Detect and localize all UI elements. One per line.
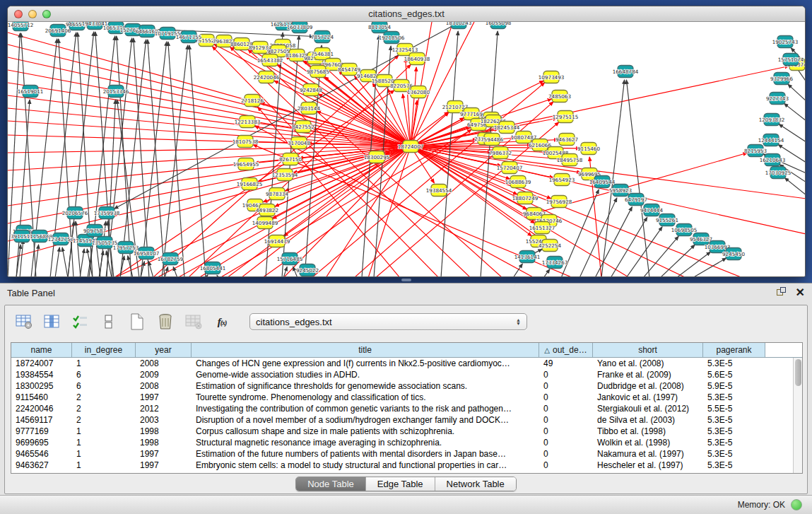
graph-node[interactable]: 4252254 xyxy=(539,240,561,252)
column-header-name[interactable]: name xyxy=(11,343,72,357)
tab-edge-table[interactable]: Edge Table xyxy=(366,477,435,491)
table-scrollbar[interactable] xyxy=(793,358,802,474)
graph-node[interactable]: 16648784 xyxy=(613,66,639,78)
graph-node[interactable]: 1362080 xyxy=(407,86,430,98)
close-panel-icon[interactable]: ✕ xyxy=(796,287,805,298)
graph-node[interactable]: 7485063 xyxy=(548,90,571,103)
table-row[interactable]: 1830029562008Estimation of significance … xyxy=(11,380,802,392)
graph-node[interactable]: 9463627 xyxy=(555,134,578,146)
graph-node[interactable]: 14055712 xyxy=(8,22,33,31)
column-header-in_degree[interactable]: in_degree xyxy=(72,343,136,357)
graph-node[interactable]: 20153346 xyxy=(103,86,129,98)
graph-node[interactable]: 17359938 xyxy=(94,207,120,219)
cell-year: 1997 xyxy=(136,448,192,460)
graph-node[interactable]: 9875685 xyxy=(307,66,329,78)
column-header-year[interactable]: year xyxy=(136,343,192,357)
graph-node[interactable]: 3170048 xyxy=(288,137,310,149)
function-builder-icon[interactable]: f(x) xyxy=(211,311,233,332)
cell-short: Tibbo et al. (1998) xyxy=(593,426,703,437)
graph-node[interactable]: 9474444 xyxy=(640,204,663,216)
graph-node[interactable]: 12975115 xyxy=(553,111,579,123)
graph-node[interactable]: 9329966 xyxy=(770,73,793,85)
panel-splitter[interactable] xyxy=(0,277,812,283)
graph-node[interactable]: 15716485 xyxy=(277,253,303,265)
table-select-dropdown[interactable]: citations_edges.txt▲▼ xyxy=(249,313,527,330)
graph-node[interactable]: 12444154 xyxy=(758,134,784,146)
svg-text:12353594: 12353594 xyxy=(272,172,298,178)
splitter-grip[interactable] xyxy=(401,279,411,281)
table-row[interactable]: 2242004622012Investigating the contribut… xyxy=(11,403,802,414)
select-columns-icon[interactable] xyxy=(70,311,91,332)
graph-node[interactable]: 9155261 xyxy=(656,214,678,226)
table-tabs: Node TableEdge TableNetwork Table xyxy=(295,477,517,491)
graph-node[interactable]: 19025743 xyxy=(772,36,799,48)
graph-node[interactable]: 19654955 xyxy=(233,158,259,170)
table-mode-icon[interactable] xyxy=(13,311,35,332)
network-graph[interactable]: 1872400718300295193845542718126122133831… xyxy=(8,22,806,277)
svg-text:9329966: 9329966 xyxy=(770,76,793,82)
graph-node[interactable]: 5958923 xyxy=(609,185,632,197)
svg-text:9474444: 9474444 xyxy=(640,207,663,214)
graph-node[interactable]: 14099489 xyxy=(252,217,278,229)
graph-node[interactable]: 19654923 xyxy=(549,174,575,186)
scrollbar-thumb[interactable] xyxy=(795,359,801,386)
delete-table-icon[interactable] xyxy=(183,311,204,332)
graph-node[interactable]: 16782759 xyxy=(158,253,184,265)
graph-node[interactable]: 8427552 xyxy=(292,121,314,133)
graph-node[interactable]: 9227343 xyxy=(766,93,789,105)
graph-node[interactable]: 10698505 xyxy=(671,224,698,236)
tab-network-table[interactable]: Network Table xyxy=(435,477,516,491)
delete-icon[interactable] xyxy=(155,311,176,332)
graph-node[interactable]: 16055098 xyxy=(486,22,512,29)
column-settings-icon[interactable] xyxy=(42,311,63,332)
tab-node-table[interactable]: Node Table xyxy=(296,477,366,491)
table-row[interactable]: 1938455462009Genome-wide association stu… xyxy=(11,369,802,380)
float-panel-icon[interactable] xyxy=(777,287,787,298)
table-row[interactable]: 969969511998Structural magnetic resonanc… xyxy=(11,437,802,448)
graph-node[interactable]: 7986372 xyxy=(489,147,512,159)
graph-node[interactable]: 16033809 xyxy=(287,22,313,33)
table-row[interactable]: 1456911722003Disruption of a novel membe… xyxy=(11,414,802,426)
graph-node[interactable]: 9878334 xyxy=(266,188,288,200)
column-header-pagerank[interactable]: pagerank xyxy=(703,343,765,357)
table-row[interactable]: 946554611997Estimation of the future num… xyxy=(11,448,802,460)
graph-node[interactable]: 8215953 xyxy=(744,145,767,157)
cell-short: Jankovic et al. (1997) xyxy=(593,392,703,403)
row-options-icon[interactable] xyxy=(98,311,119,332)
dropdown-stepper-icon: ▲▼ xyxy=(516,318,521,325)
table-row[interactable]: 946362711997Embryonic stem cells: a mode… xyxy=(11,460,802,471)
graph-node[interactable]: 9115460 xyxy=(577,143,600,155)
graph-node[interactable]: 4493822 xyxy=(256,204,278,216)
cell-name: 9463627 xyxy=(11,460,72,471)
table-row[interactable]: 1872400712008Changes of HCN gene express… xyxy=(11,358,802,369)
graph-node[interactable]: 9245450 xyxy=(722,248,745,260)
table-row[interactable]: 911546021997Tourette syndrome. Phenomeno… xyxy=(11,392,802,403)
graph-node[interactable]: 19166825 xyxy=(237,178,263,190)
cell-in_degree: 6 xyxy=(72,380,136,392)
svg-text:12213383: 12213383 xyxy=(235,119,261,125)
column-header-short[interactable]: short xyxy=(593,343,703,357)
svg-text:18495758: 18495758 xyxy=(557,157,583,163)
new-document-icon[interactable] xyxy=(126,311,148,332)
graph-node[interactable]: 17030925 xyxy=(765,167,792,179)
window-titlebar[interactable]: citations_edges.txt xyxy=(8,6,805,22)
graph-nodes: 1872400718300295193845542718126122133831… xyxy=(8,22,806,276)
graph-node[interactable]: 16210643 xyxy=(760,154,786,166)
graph-node[interactable]: 12093832 xyxy=(759,114,785,126)
graph-node[interactable]: 9097587 xyxy=(83,225,106,237)
graph-node[interactable]: 7594486 xyxy=(481,134,503,146)
graph-node[interactable]: 7857224 xyxy=(311,31,334,43)
svg-text:14671355: 14671355 xyxy=(176,34,202,40)
graph-node[interactable]: 2718126 xyxy=(241,95,264,107)
network-canvas[interactable]: 1872400718300295193845542718126122133831… xyxy=(8,22,806,277)
table-body: 1872400712008Changes of HCN gene express… xyxy=(11,358,802,471)
graph-node[interactable]: 19756928 xyxy=(546,196,572,208)
column-header-title[interactable]: title xyxy=(192,343,539,357)
table-row[interactable]: 977716911998Corpus callosum shape and si… xyxy=(11,426,802,437)
svg-text:16210643: 16210643 xyxy=(760,157,786,163)
graph-node[interactable]: 9245022 xyxy=(296,264,319,276)
graph-node[interactable]: 16519011 xyxy=(18,86,44,98)
column-header-out_degree[interactable]: △out_de… xyxy=(539,343,593,357)
graph-node[interactable]: 10688639 xyxy=(505,176,531,188)
graph-node[interactable]: 6479197 xyxy=(625,194,647,206)
